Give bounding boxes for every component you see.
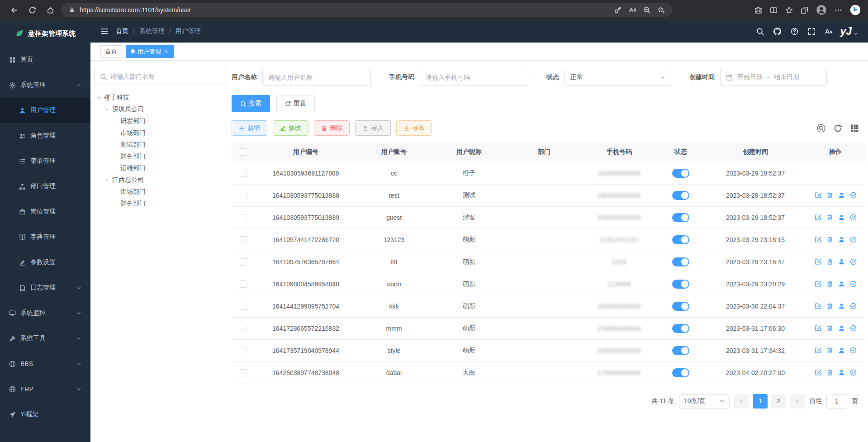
key-icon[interactable] bbox=[614, 6, 621, 14]
edit-square-icon[interactable] bbox=[815, 236, 821, 243]
edit-square-icon[interactable] bbox=[815, 325, 821, 332]
row-checkbox[interactable] bbox=[240, 214, 247, 221]
split-screen-icon[interactable] bbox=[770, 6, 778, 14]
sidebar-subitem[interactable]: 用户管理 bbox=[0, 98, 90, 123]
user-icon[interactable] bbox=[838, 369, 845, 376]
url-text[interactable]: https://ccnetcore.com:1101/system/user bbox=[80, 6, 610, 14]
page-size-select[interactable]: 10条/页 bbox=[679, 394, 730, 409]
tree-node[interactable]: 财务部门 bbox=[94, 151, 226, 162]
font-size-icon[interactable] bbox=[825, 28, 833, 35]
user-icon[interactable] bbox=[838, 258, 845, 265]
sidebar-item[interactable]: 系统管理 bbox=[0, 72, 90, 98]
delete-icon[interactable] bbox=[826, 258, 833, 265]
search-button[interactable]: 搜索 bbox=[232, 95, 270, 112]
read-aloud-icon[interactable] bbox=[629, 6, 636, 14]
delete-icon[interactable] bbox=[826, 236, 833, 243]
edit-square-icon[interactable] bbox=[815, 369, 821, 376]
user-icon[interactable] bbox=[838, 192, 845, 199]
user-icon[interactable] bbox=[838, 280, 845, 287]
check-circle-icon[interactable] bbox=[850, 369, 857, 376]
user-icon[interactable] bbox=[838, 325, 845, 332]
address-bar[interactable]: https://ccnetcore.com:1101/system/user bbox=[62, 3, 672, 17]
user-icon[interactable] bbox=[838, 347, 845, 354]
date-range-picker[interactable]: 开始日期 - 结束日期 bbox=[720, 69, 827, 86]
home-button[interactable] bbox=[43, 2, 58, 18]
tab-active[interactable]: 用户管理 bbox=[126, 45, 174, 58]
sidebar-subitem[interactable]: 参数设置 bbox=[0, 250, 90, 275]
back-button[interactable] bbox=[6, 2, 22, 18]
user-icon[interactable] bbox=[838, 236, 845, 243]
dept-search-input[interactable] bbox=[110, 73, 220, 80]
sidebar-item[interactable]: 首页 bbox=[0, 47, 90, 72]
row-checkbox[interactable] bbox=[240, 347, 247, 354]
user-icon[interactable] bbox=[838, 303, 845, 309]
row-checkbox[interactable] bbox=[240, 236, 247, 243]
toolbar-success-button[interactable]: 修改 bbox=[273, 120, 308, 136]
status-toggle[interactable] bbox=[672, 302, 689, 311]
close-icon[interactable] bbox=[164, 49, 169, 54]
check-circle-icon[interactable] bbox=[850, 325, 857, 332]
page-button-1[interactable]: 1 bbox=[753, 394, 768, 409]
delete-icon[interactable] bbox=[826, 303, 833, 309]
select-all-checkbox[interactable] bbox=[240, 148, 247, 156]
fullscreen-icon[interactable] bbox=[808, 28, 816, 35]
toolbar-danger-button[interactable]: 删除 bbox=[314, 120, 350, 136]
goto-page-input[interactable] bbox=[826, 394, 847, 409]
tree-node[interactable]: 研发部门 bbox=[94, 115, 226, 127]
zoom-out-icon[interactable] bbox=[643, 6, 650, 14]
sidebar-item[interactable]: 系统工具 bbox=[0, 326, 90, 351]
status-toggle[interactable] bbox=[672, 280, 689, 289]
edit-square-icon[interactable] bbox=[815, 192, 821, 199]
reset-button[interactable]: 重置 bbox=[276, 95, 315, 112]
favorites-bar-icon[interactable] bbox=[785, 6, 793, 14]
check-circle-icon[interactable] bbox=[850, 192, 857, 199]
username-input[interactable] bbox=[262, 69, 371, 86]
status-toggle[interactable] bbox=[672, 213, 689, 222]
status-toggle[interactable] bbox=[672, 324, 689, 333]
sidebar-subitem[interactable]: 菜单管理 bbox=[0, 148, 90, 174]
row-checkbox[interactable] bbox=[240, 369, 247, 376]
sidebar-subitem[interactable]: 字典管理 bbox=[0, 224, 90, 250]
refresh-button[interactable] bbox=[24, 2, 40, 18]
delete-icon[interactable] bbox=[826, 192, 833, 199]
sidebar-item[interactable]: ERP bbox=[0, 376, 90, 402]
check-circle-icon[interactable] bbox=[850, 214, 857, 221]
delete-icon[interactable] bbox=[826, 214, 833, 221]
tab-item[interactable]: 首页 bbox=[100, 45, 122, 58]
breadcrumb-item[interactable]: 首页 bbox=[116, 27, 128, 35]
menu-fold-icon[interactable] bbox=[100, 27, 109, 35]
sidebar-item[interactable]: 系统监控 bbox=[0, 300, 90, 326]
bing-icon[interactable] bbox=[850, 5, 861, 15]
tree-node[interactable]: 江西总公司 bbox=[94, 174, 226, 186]
check-circle-icon[interactable] bbox=[850, 258, 857, 265]
toolbar-warning-button[interactable]: 导出 bbox=[396, 120, 432, 136]
tree-node[interactable]: 财务部门 bbox=[94, 198, 226, 209]
tree-node[interactable]: 运维部门 bbox=[94, 162, 226, 174]
status-toggle[interactable] bbox=[672, 169, 689, 178]
next-page-button[interactable] bbox=[790, 394, 805, 409]
tree-node[interactable]: 市场部门 bbox=[94, 127, 226, 139]
favorites-add-icon[interactable] bbox=[658, 6, 665, 14]
user-menu[interactable]: yJ bbox=[840, 25, 858, 38]
profile-icon[interactable] bbox=[816, 5, 827, 15]
sidebar-subitem[interactable]: 角色管理 bbox=[0, 123, 90, 148]
edit-square-icon[interactable] bbox=[815, 303, 821, 309]
status-toggle[interactable] bbox=[672, 346, 689, 355]
tree-node[interactable]: 深圳总公司 bbox=[94, 104, 226, 115]
delete-icon[interactable] bbox=[826, 280, 833, 287]
sidebar-subitem[interactable]: 岗位管理 bbox=[0, 199, 90, 224]
status-toggle[interactable] bbox=[672, 257, 689, 266]
sidebar-subitem[interactable]: 日志管理 bbox=[0, 275, 90, 300]
phone-input[interactable] bbox=[420, 69, 528, 86]
edit-square-icon[interactable] bbox=[815, 347, 821, 354]
question-icon[interactable] bbox=[791, 28, 798, 35]
github-icon[interactable] bbox=[773, 28, 781, 35]
page-button-2[interactable]: 2 bbox=[771, 394, 786, 409]
tree-node[interactable]: 橙子科技 bbox=[94, 92, 226, 104]
toolbar-primary-button[interactable]: 新增 bbox=[232, 120, 267, 136]
row-checkbox[interactable] bbox=[240, 192, 247, 199]
collections-icon[interactable] bbox=[801, 6, 808, 14]
user-icon[interactable] bbox=[838, 214, 845, 221]
status-toggle[interactable] bbox=[672, 191, 689, 200]
refresh-icon[interactable] bbox=[834, 124, 842, 133]
